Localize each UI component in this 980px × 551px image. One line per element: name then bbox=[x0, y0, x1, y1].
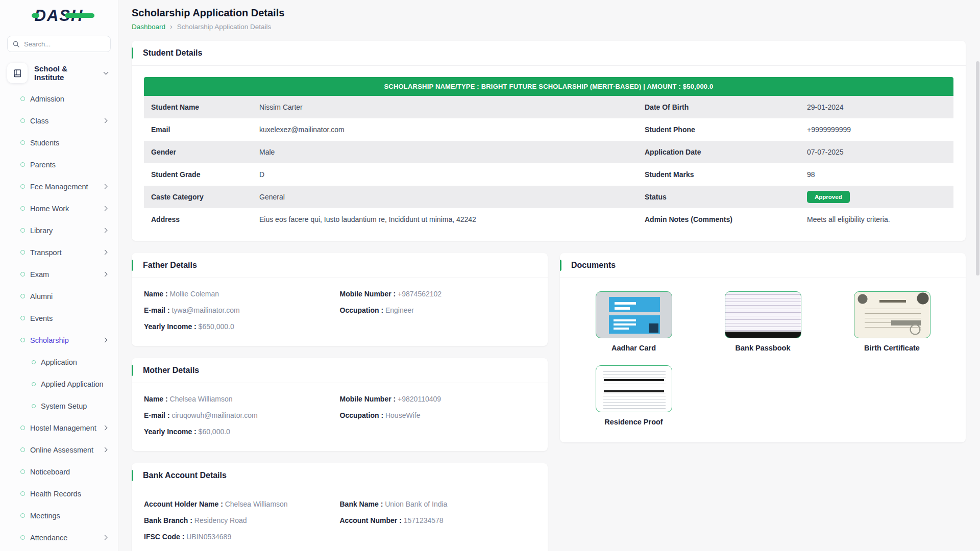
list-item: Mobile Number : +9874562102 bbox=[340, 288, 536, 300]
sidebar-item-application[interactable]: Application bbox=[0, 351, 118, 373]
chevron-right-icon bbox=[103, 228, 108, 233]
app-logo-text: DASH bbox=[35, 7, 84, 25]
table-row: Student Name Nissim Carter Date Of Birth… bbox=[144, 96, 953, 118]
chevron-right-icon bbox=[103, 184, 108, 189]
documents-body: Aadhar Card Bank Passbook Birth Certific… bbox=[560, 278, 966, 442]
sidebar-item-parents[interactable]: Parents bbox=[0, 154, 118, 176]
green-accent-bar bbox=[560, 260, 561, 271]
sidebar-item-applied-application[interactable]: Applied Application bbox=[0, 373, 118, 395]
chevron-right-icon bbox=[103, 447, 108, 453]
circle-icon bbox=[20, 316, 25, 320]
chevron-right-icon bbox=[103, 250, 108, 255]
circle-icon bbox=[20, 162, 25, 167]
book-icon bbox=[7, 63, 28, 83]
lower-columns: Father Details Name : Mollie Coleman Mob… bbox=[132, 253, 966, 551]
search-icon bbox=[12, 40, 20, 48]
document-label: Birth Certificate bbox=[864, 344, 920, 352]
sidebar-item-alumni[interactable]: Alumni bbox=[0, 285, 118, 307]
bank-passbook-thumbnail[interactable] bbox=[725, 291, 801, 338]
sidebar-item-system-setup[interactable]: System Setup bbox=[0, 395, 118, 417]
sidebar-item-events[interactable]: Events bbox=[0, 307, 118, 329]
sidebar-item-library[interactable]: Library bbox=[0, 219, 118, 241]
search-input[interactable] bbox=[7, 36, 111, 52]
sidebar-item-home-work[interactable]: Home Work bbox=[0, 197, 118, 219]
table-row: Student Grade D Student Marks 98 bbox=[144, 163, 953, 186]
app-logo[interactable]: DASH bbox=[0, 0, 118, 32]
list-item: Yearly Income : $60,000.0 bbox=[144, 426, 340, 438]
aadhar-card-thumbnail[interactable] bbox=[596, 291, 672, 338]
mother-details-card-header: Mother Details bbox=[132, 358, 548, 383]
father-details-card-header: Father Details bbox=[132, 253, 548, 278]
table-row: Gender Male Application Date 07-07-2025 bbox=[144, 141, 953, 163]
document-aadhar-card[interactable]: Aadhar Card bbox=[596, 291, 672, 352]
circle-icon bbox=[20, 228, 25, 233]
sidebar-item-students[interactable]: Students bbox=[0, 132, 118, 154]
documents-card-header: Documents bbox=[560, 253, 966, 278]
sidebar-item-admission[interactable]: Admission bbox=[0, 88, 118, 110]
sidebar-item-class[interactable]: Class bbox=[0, 110, 118, 132]
documents-title: Documents bbox=[571, 261, 954, 270]
right-column: Documents Aadhar Card Bank Passbook Birt… bbox=[560, 253, 966, 442]
green-accent-bar bbox=[132, 47, 133, 59]
circle-icon bbox=[32, 382, 36, 386]
page-scrollbar[interactable] bbox=[975, 0, 980, 551]
student-details-card-header: Student Details bbox=[132, 41, 966, 66]
document-residence-proof[interactable]: Residence Proof bbox=[596, 365, 672, 426]
mother-details-title: Mother Details bbox=[143, 366, 536, 375]
bank-details-body: Account Holder Name : Chelsea Williamson… bbox=[132, 488, 548, 551]
circle-icon bbox=[20, 96, 25, 101]
list-item: IFSC Code : UBIN0534689 bbox=[144, 531, 340, 543]
list-item: Name : Mollie Coleman bbox=[144, 288, 340, 300]
residence-proof-thumbnail[interactable] bbox=[596, 365, 672, 412]
sidebar-item-health-records[interactable]: Health Records bbox=[0, 483, 118, 505]
birth-certificate-thumbnail[interactable] bbox=[854, 291, 930, 338]
bank-details-title: Bank Account Details bbox=[143, 471, 536, 480]
student-details-card: Student Details SCHOLARSHIP NAME/TYPE : … bbox=[132, 41, 966, 241]
list-item: Occupation : Engineer bbox=[340, 305, 536, 316]
list-item: Bank Branch : Residency Road bbox=[144, 515, 340, 527]
breadcrumb: Dashboard › Scholarship Application Deta… bbox=[132, 22, 966, 31]
sidebar-item-online-assessment[interactable]: Online Assessment bbox=[0, 439, 118, 461]
student-details-body: SCHOLARSHIP NAME/TYPE : BRIGHT FUTURE SC… bbox=[132, 66, 966, 241]
table-row: Caste Category General Status Approved bbox=[144, 186, 953, 208]
sidebar-item-scholarship[interactable]: Scholarship bbox=[0, 329, 118, 351]
document-label: Residence Proof bbox=[604, 418, 663, 426]
sidebar-item-fee-management[interactable]: Fee Management bbox=[0, 176, 118, 197]
document-birth-certificate[interactable]: Birth Certificate bbox=[854, 291, 930, 352]
circle-icon bbox=[20, 338, 25, 342]
list-item: Account Number : 1571234578 bbox=[340, 515, 536, 527]
circle-icon bbox=[20, 447, 25, 452]
table-row: Address Eius eos facere qui, Iusto lauda… bbox=[144, 208, 953, 231]
sidebar-nav: Admission Class Students Parents Fee Man… bbox=[0, 88, 118, 548]
main-content: Scholarship Application Details Dashboar… bbox=[118, 0, 980, 551]
scholarship-banner: SCHOLARSHIP NAME/TYPE : BRIGHT FUTURE SC… bbox=[144, 77, 953, 96]
list-item: Yearly Income : $650,000.0 bbox=[144, 321, 340, 333]
sidebar-item-meetings[interactable]: Meetings bbox=[0, 505, 118, 527]
chevron-right-icon bbox=[103, 118, 108, 123]
list-item: E-mail : ciruqowuh@mailinator.com bbox=[144, 410, 340, 421]
circle-icon bbox=[32, 404, 36, 408]
circle-icon bbox=[20, 118, 25, 123]
bank-details-card-header: Bank Account Details bbox=[132, 463, 548, 488]
table-row: Email kuxelexez@mailinator.com Student P… bbox=[144, 118, 953, 141]
student-details-title: Student Details bbox=[143, 48, 954, 58]
circle-icon bbox=[20, 184, 25, 189]
sidebar-item-attendance[interactable]: Attendance bbox=[0, 527, 118, 548]
circle-icon bbox=[20, 140, 25, 145]
chevron-right-icon: › bbox=[170, 22, 173, 31]
list-item: E-mail : tywa@mailinator.com bbox=[144, 305, 340, 316]
chevron-right-icon bbox=[103, 425, 108, 431]
sidebar-item-hostel-management[interactable]: Hostel Management bbox=[0, 417, 118, 439]
sidebar-section-school-institute[interactable]: School & Institute bbox=[0, 60, 118, 86]
sidebar-item-noticeboard[interactable]: Noticeboard bbox=[0, 461, 118, 483]
scrollbar-thumb[interactable] bbox=[976, 61, 979, 276]
sidebar-section-label: School & Institute bbox=[34, 64, 97, 82]
sidebar-item-exam[interactable]: Exam bbox=[0, 263, 118, 285]
breadcrumb-dashboard-link[interactable]: Dashboard bbox=[132, 23, 165, 31]
page-title: Scholarship Application Details bbox=[132, 7, 966, 19]
list-item: Occupation : HouseWife bbox=[340, 410, 536, 421]
document-bank-passbook[interactable]: Bank Passbook bbox=[725, 291, 801, 352]
circle-icon bbox=[20, 272, 25, 277]
sidebar-item-transport[interactable]: Transport bbox=[0, 241, 118, 263]
list-item: Name : Chelsea Williamson bbox=[144, 393, 340, 405]
